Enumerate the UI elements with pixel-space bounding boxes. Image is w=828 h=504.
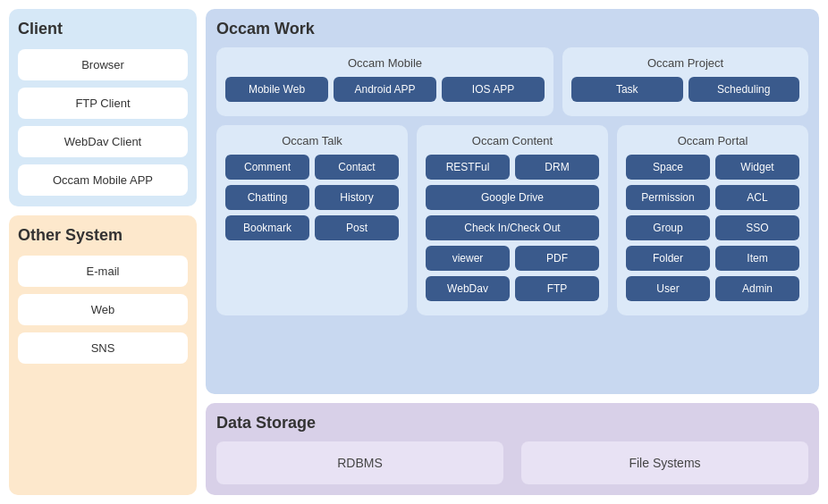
sns-btn[interactable]: SNS [18,332,188,364]
occam-portal-title: Occam Portal [626,134,799,147]
occam-project-box: Occam Project Task Scheduling [562,47,808,116]
webdav-btn[interactable]: WebDav [426,276,510,301]
occam-talk-title: Occam Talk [225,134,399,147]
data-storage-title: Data Storage [216,414,808,433]
ftp-btn[interactable]: FTP [515,276,599,301]
group-btn[interactable]: Group [626,215,710,240]
mobile-buttons-row: Mobile Web Android APP IOS APP [225,77,545,102]
top-row: Occam Mobile Mobile Web Android APP IOS … [216,47,808,116]
email-btn[interactable]: E-mail [18,256,188,287]
content-row-1: Google Drive [426,185,599,210]
permission-btn[interactable]: Permission [626,185,710,210]
talk-row-2: Bookmark Post [225,215,399,240]
admin-btn[interactable]: Admin [715,276,799,301]
occam-mobile-title: Occam Mobile [225,56,545,70]
scheduling-btn[interactable]: Scheduling [689,77,800,102]
folder-btn[interactable]: Folder [626,246,710,271]
data-storage-section: Data Storage RDBMS File Systems [206,403,819,495]
browser-btn[interactable]: Browser [18,49,188,80]
left-panel: Client Browser FTP Client WebDav Client … [9,9,197,495]
mobile-web-btn[interactable]: Mobile Web [225,77,328,102]
occam-talk-box: Occam Talk Comment Contact Chatting Hist… [216,125,408,315]
file-systems-item: File Systems [521,441,808,484]
talk-row-0: Comment Contact [225,155,399,180]
pdf-btn[interactable]: PDF [515,246,599,271]
contact-btn[interactable]: Contact [315,155,399,180]
widget-btn[interactable]: Widget [715,155,799,180]
restful-btn[interactable]: RESTFul [426,155,510,180]
ios-app-btn[interactable]: IOS APP [442,77,545,102]
occam-content-box: Occam Content RESTFul DRM Google Drive C… [417,125,608,315]
bookmark-btn[interactable]: Bookmark [225,215,309,240]
space-btn[interactable]: Space [626,155,710,180]
ftp-client-btn[interactable]: FTP Client [18,88,188,119]
occam-portal-box: Occam Portal Space Widget Permission ACL… [617,125,808,315]
comment-btn[interactable]: Comment [225,155,309,180]
webdav-client-btn[interactable]: WebDav Client [18,126,188,157]
viewer-btn[interactable]: viewer [426,246,510,271]
history-btn[interactable]: History [315,185,399,210]
portal-row-0: Space Widget [626,155,799,180]
occam-mobile-box: Occam Mobile Mobile Web Android APP IOS … [216,47,553,116]
storage-inner: RDBMS File Systems [216,441,808,484]
client-section: Client Browser FTP Client WebDav Client … [9,9,197,206]
task-btn[interactable]: Task [571,77,683,102]
android-app-btn[interactable]: Android APP [334,77,436,102]
sso-btn[interactable]: SSO [715,215,799,240]
project-buttons-row: Task Scheduling [571,77,799,102]
item-btn[interactable]: Item [715,246,799,271]
acl-btn[interactable]: ACL [715,185,799,210]
occam-project-title: Occam Project [571,56,799,70]
content-row-4: WebDav FTP [426,276,599,301]
post-btn[interactable]: Post [315,215,399,240]
occam-mobile-app-btn[interactable]: Occam Mobile APP [18,164,188,196]
occam-work-title: Occam Work [216,20,808,38]
occam-work-section: Occam Work Occam Mobile Mobile Web Andro… [206,9,819,394]
other-system-section: Other System E-mail Web SNS [9,215,197,495]
content-row-0: RESTFul DRM [426,155,599,180]
portal-row-1: Permission ACL [626,185,799,210]
content-row-2: Check In/Check Out [426,215,599,240]
portal-row-3: Folder Item [626,246,799,271]
web-btn[interactable]: Web [18,294,188,325]
user-btn[interactable]: User [626,276,710,301]
content-row-3: viewer PDF [426,246,599,271]
drm-btn[interactable]: DRM [515,155,599,180]
right-panel: Occam Work Occam Mobile Mobile Web Andro… [206,9,819,495]
check-in-out-btn[interactable]: Check In/Check Out [426,215,599,240]
client-title: Client [18,20,188,38]
portal-row-4: User Admin [626,276,799,301]
occam-content-title: Occam Content [426,134,599,147]
talk-row-1: Chatting History [225,185,399,210]
portal-row-2: Group SSO [626,215,799,240]
google-drive-btn[interactable]: Google Drive [426,185,599,210]
chatting-btn[interactable]: Chatting [225,185,309,210]
bottom-row: Occam Talk Comment Contact Chatting Hist… [216,125,808,315]
rdbms-item: RDBMS [216,441,503,484]
other-system-title: Other System [18,226,188,245]
